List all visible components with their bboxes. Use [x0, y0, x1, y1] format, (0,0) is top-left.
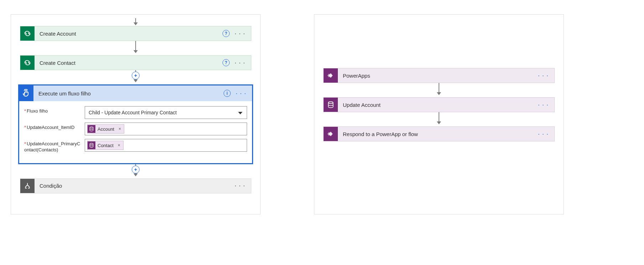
page: Create Account ? · · · Create Contact [0, 0, 644, 229]
tap-icon [19, 85, 33, 101]
svg-point-1 [90, 143, 93, 145]
token-remove[interactable]: × [116, 143, 122, 148]
step-create-account[interactable]: Create Account ? · · · [20, 26, 251, 41]
flow-connector [11, 41, 260, 55]
database-icon [88, 141, 95, 149]
token-remove[interactable]: × [116, 126, 123, 131]
more-icon[interactable]: · · · [538, 130, 549, 138]
add-step-button[interactable]: + [132, 166, 140, 173]
step-update-account[interactable]: Update Account · · · [323, 97, 555, 112]
step-execute-child-flow[interactable]: Execute um fluxo filho i · · · *Fluxo fi… [18, 84, 253, 164]
flow-connector [314, 83, 564, 97]
more-icon[interactable]: · · · [235, 30, 245, 37]
step-title: Respond to a PowerApp or flow [338, 131, 538, 137]
more-icon[interactable]: · · · [538, 101, 549, 109]
step-create-contact[interactable]: Create Contact ? · · · [20, 55, 251, 70]
add-step-button[interactable]: + [132, 72, 140, 79]
more-icon[interactable]: · · · [235, 59, 245, 67]
token-contact[interactable]: Contact × [87, 141, 124, 150]
condition-icon [20, 179, 35, 193]
field-label: *UpdateAccount_PrimaryContact(Contacts) [24, 139, 81, 153]
svg-point-0 [90, 127, 93, 128]
field-row-itemid: *UpdateAccount_ItemID Account × [24, 123, 247, 135]
powerapps-icon [324, 68, 338, 83]
field-row-primarycontact: *UpdateAccount_PrimaryContact(Contacts) … [24, 139, 247, 153]
flow-connector-add: + [11, 164, 260, 178]
field-label: *Fluxo filho [24, 106, 81, 114]
token-label: Account [98, 126, 114, 132]
field-row-childflow: *Fluxo filho Child - Update Account Prim… [24, 106, 247, 119]
card-header[interactable]: Execute um fluxo filho i · · · [19, 85, 252, 101]
step-powerapps-trigger[interactable]: PowerApps · · · [323, 68, 555, 83]
select-value: Child - Update Account Primary Contact [87, 110, 177, 115]
step-title: PowerApps [338, 73, 538, 79]
info-icon[interactable]: i [224, 90, 231, 97]
dataverse-icon [20, 56, 35, 70]
flow-connector [11, 18, 260, 26]
card-title: Execute um fluxo filho [33, 90, 224, 97]
more-icon[interactable]: · · · [538, 72, 549, 79]
primarycontact-input[interactable]: Contact × [85, 139, 247, 152]
step-title: Condição [35, 183, 235, 189]
database-icon [88, 125, 95, 133]
child-flow-panel: PowerApps · · · Update Account · · · [314, 14, 564, 214]
help-icon[interactable]: ? [222, 30, 230, 37]
step-condition[interactable]: Condição · · · [20, 178, 251, 193]
powerapps-icon [324, 127, 338, 141]
help-icon[interactable]: ? [222, 59, 230, 66]
step-title: Create Contact [35, 60, 222, 66]
flow-connector-add: + [11, 70, 260, 84]
childflow-select[interactable]: Child - Update Account Primary Contact [85, 106, 247, 119]
step-title: Update Account [338, 102, 538, 108]
step-respond-powerapp[interactable]: Respond to a PowerApp or flow · · · [323, 126, 555, 141]
field-label: *UpdateAccount_ItemID [24, 123, 81, 131]
parent-flow-column: Create Account ? · · · Create Contact [11, 15, 260, 193]
more-icon[interactable]: · · · [235, 182, 245, 189]
card-body: *Fluxo filho Child - Update Account Prim… [19, 101, 252, 163]
database-icon [324, 98, 338, 112]
step-title: Create Account [35, 31, 222, 37]
token-account[interactable]: Account × [87, 124, 124, 134]
parent-flow-panel: Create Account ? · · · Create Contact [11, 14, 261, 214]
child-flow-column: PowerApps · · · Update Account · · · [314, 15, 564, 141]
svg-point-2 [328, 102, 333, 104]
token-label: Contact [98, 143, 114, 148]
flow-connector [314, 112, 564, 126]
dataverse-icon [20, 26, 35, 41]
more-icon[interactable]: · · · [236, 90, 246, 97]
itemid-input[interactable]: Account × [85, 123, 247, 135]
